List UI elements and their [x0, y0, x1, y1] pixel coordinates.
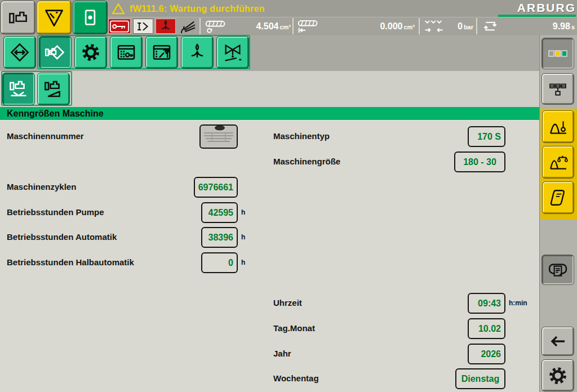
cycle-time-readout: 9.98s	[504, 18, 575, 35]
status-separator	[476, 18, 477, 34]
setup-mode-indicator	[133, 19, 153, 34]
hours-semi-field[interactable]: 0	[201, 252, 238, 273]
gear-icon	[548, 366, 568, 386]
valve-icon	[223, 42, 243, 63]
alarm-button[interactable]	[37, 1, 71, 34]
printer-icon	[547, 260, 569, 279]
status-overview-button[interactable]	[542, 38, 574, 69]
machine-cycles-label: Maschinenzyklen	[7, 182, 76, 191]
alarm-message: fW111.6: Wartung durchführen	[130, 2, 265, 16]
service-button[interactable]	[146, 37, 177, 68]
day-month-label: Tag.Monat	[273, 323, 315, 333]
alarm-gauge-icon	[43, 7, 65, 28]
machine-ramp-tab[interactable]	[38, 73, 69, 105]
scroll-icon	[549, 188, 568, 207]
status-strip: 4.504cm³ 0.000cm³ 0bar 9.98s	[107, 17, 577, 34]
status-separator	[199, 18, 201, 34]
hours-pump-field[interactable]: 42595	[201, 202, 238, 223]
ejector-icon	[187, 42, 207, 63]
year-label: Jahr	[273, 349, 291, 358]
hours-auto-label: Betriebsstunden Automatik	[7, 232, 117, 242]
process-graph-button[interactable]	[543, 111, 574, 142]
keypad-key-icon	[116, 42, 136, 63]
status-squares-icon	[547, 48, 569, 59]
status-separator	[419, 18, 420, 34]
quality-graph-button[interactable]	[543, 146, 574, 178]
status-separator	[292, 18, 294, 34]
cycle-time-icon	[480, 19, 500, 33]
hours-auto-unit: h	[241, 233, 245, 241]
year-field[interactable]: 2026	[468, 344, 505, 364]
hours-auto-field[interactable]: 38396	[201, 227, 238, 248]
access-rights-button[interactable]	[110, 37, 142, 68]
page-title: Kenngrößen Maschine	[0, 107, 539, 120]
machine-data-tab-selected[interactable]	[3, 73, 34, 105]
curve-balance-icon	[548, 153, 569, 172]
setup-arrow-icon	[134, 20, 152, 33]
system-settings-button[interactable]	[542, 360, 574, 391]
machine-type-label: Maschinentyp	[273, 131, 330, 141]
machine-number-label: Maschinennummer	[7, 131, 84, 141]
machine-number-image-button[interactable]	[199, 124, 238, 149]
warning-triangle-icon	[112, 3, 125, 15]
machine-photo-thumbnail	[201, 126, 237, 148]
flowchart-icon	[548, 80, 568, 98]
residual-volume-readout: 0.000cm³	[337, 18, 415, 35]
print-button[interactable]	[542, 255, 574, 284]
page-title-bar: Kenngrößen Maschine	[0, 107, 539, 120]
machine-baseline-icon	[8, 79, 29, 99]
settings-button[interactable]	[75, 37, 106, 68]
access-key-indicator	[108, 19, 131, 34]
curve-monitor-icon	[548, 117, 569, 136]
time-field[interactable]: 09:43	[468, 293, 505, 314]
machine-type-field[interactable]: 170 S	[468, 126, 505, 147]
dosage-volume-readout: 4.504cm³	[227, 18, 291, 35]
back-button[interactable]	[542, 327, 574, 355]
arburg-logo: ARBURG	[498, 1, 576, 15]
ejector-indicator	[156, 19, 176, 34]
machine-cycles-field[interactable]: 6976661	[194, 177, 238, 198]
ejector-setup-button[interactable]	[181, 37, 213, 68]
ejector-icon	[157, 20, 174, 33]
sequence-diamond-icon	[10, 42, 30, 63]
valve-gate-button[interactable]	[217, 37, 248, 68]
hours-pump-unit: h	[241, 208, 245, 216]
machine-icon	[7, 7, 29, 28]
key-card-icon	[109, 20, 130, 33]
protocol-log-button[interactable]	[543, 182, 574, 213]
machine-parameters-button[interactable]	[39, 37, 71, 68]
back-pressure-readout: 0bar	[429, 18, 473, 35]
hours-semi-unit: h	[241, 259, 245, 266]
machine-diamond-icon	[45, 42, 65, 63]
time-unit: h:min	[509, 299, 527, 307]
machine-size-label: Maschinengröße	[273, 157, 340, 166]
subpage-toolbar	[0, 71, 539, 107]
day-month-field[interactable]: 10.02	[468, 318, 505, 339]
hand-icon	[178, 19, 198, 34]
weekday-field[interactable]: Dienstag	[455, 368, 505, 389]
hours-pump-label: Betriebsstunden Pumpe	[7, 207, 104, 217]
gear-icon	[81, 42, 101, 63]
machine-mode-button[interactable]	[1, 1, 35, 34]
back-arrow-icon	[548, 333, 567, 349]
safety-door-button[interactable]	[73, 1, 107, 34]
hours-semi-label: Betriebsstunden Halbautomatik	[7, 257, 134, 267]
machine-size-field[interactable]: 180 - 30	[454, 152, 505, 172]
sequence-overview-button[interactable]	[542, 74, 574, 104]
sequence-button[interactable]	[4, 37, 35, 68]
machine-ramp-icon	[43, 79, 64, 99]
screw-dosage-icon	[204, 19, 229, 34]
screw-residual-icon	[296, 19, 321, 34]
time-label: Uhrzeit	[273, 298, 302, 308]
weekday-label: Wochentag	[273, 373, 319, 383]
manual-mode-indicator	[177, 19, 199, 34]
door-icon	[79, 7, 101, 28]
tools-panel-icon	[152, 42, 172, 63]
